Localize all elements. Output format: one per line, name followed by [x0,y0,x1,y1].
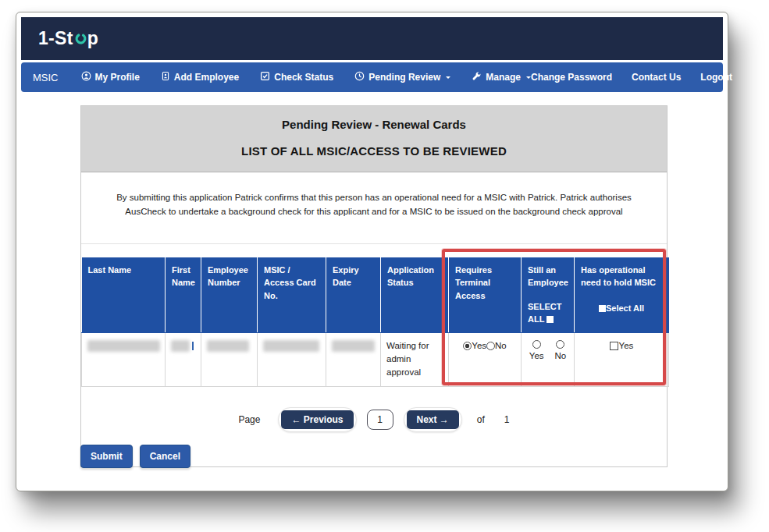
cell-msic-card-no [258,332,326,386]
redacted-value [263,340,319,352]
col-header-expiry-date: Expiry Date [326,257,381,333]
col-header-still-an-employee: Still an Employee SELECT ALL [522,257,575,333]
page-label: Page [238,414,260,425]
wrench-icon [472,71,482,83]
main-navbar: MSIC My Profile [21,62,723,92]
nav-item-label: Pending Review [368,72,440,83]
pending-review-panel: Pending Review - Renewal Cards LIST OF A… [80,105,668,467]
select-all-label: SELECT ALL [528,302,561,325]
disclaimer-text: By submitting this application Patrick c… [98,190,650,219]
current-page-input[interactable]: 1 [367,410,393,430]
still-employee-no-radio[interactable] [556,340,564,349]
col-header-application-status: Application Status [381,257,449,333]
redacted-value [332,340,375,352]
redacted-value [207,340,249,352]
of-label: of [477,414,485,425]
navbar-right-group: Change Password Contact Us Logout [531,72,732,83]
browser-page: 1-St p MSIC My Profile [16,12,728,491]
redaction-artifact [192,342,194,350]
form-actions: Submit Cancel [80,445,190,468]
col-header-first-name: First Name [166,257,201,333]
navbar-brand-msic[interactable]: MSIC [33,72,59,83]
nav-item-pending-review[interactable]: Pending Review [354,71,450,83]
select-all-employee[interactable]: SELECT ALL [528,300,568,326]
next-button[interactable]: Next → [407,410,459,429]
cell-still-an-employee: Yes No [522,332,575,386]
review-table-zone: Last Name First Name Employee Number MSI… [81,243,667,387]
navbar-left-group: MSIC My Profile [33,71,531,83]
col-header-label: Still an Employee [528,265,568,288]
cell-requires-terminal-access: YesNo [449,332,522,386]
select-all-label: Select All [606,303,644,313]
still-employee-yes-radio[interactable] [532,340,541,349]
nav-item-manage[interactable]: Manage [472,71,531,83]
one-stop-logo[interactable]: 1-St p [38,28,98,49]
pagination: Page ← Previous 1 Next → of 1 [81,407,667,432]
previous-button[interactable]: ← Previous [281,410,353,429]
nav-link-contact-us[interactable]: Contact Us [632,72,681,83]
nav-item-add-employee[interactable]: Add Employee [161,71,239,83]
col-header-last-name: Last Name [82,257,166,333]
operational-need-yes-checkbox[interactable] [610,342,618,350]
next-button-pill: Next → [404,407,462,432]
total-pages: 1 [504,414,510,425]
col-header-label: Has operational need to hold MSIC [581,265,656,288]
cell-last-name [82,332,166,386]
person-icon [81,71,91,83]
redacted-value [171,340,190,352]
cell-employee-number [201,332,258,386]
panel-header: Pending Review - Renewal Cards LIST OF A… [81,106,667,172]
review-table: Last Name First Name Employee Number MSI… [81,257,669,387]
col-header-msic-card-no: MSIC / Access Card No. [258,257,326,333]
terminal-access-no-radio[interactable] [486,342,495,350]
radio-label: Yes [472,341,486,350]
nav-link-change-password[interactable]: Change Password [531,72,612,83]
radio-label: No [495,341,507,350]
nav-item-label: My Profile [95,72,140,83]
cancel-button[interactable]: Cancel [140,445,190,468]
cell-application-status: Waiting for admin approval [381,332,449,386]
nav-item-label: Manage [486,72,521,83]
nav-item-label: Check Status [274,72,333,83]
page-subtitle: LIST OF ALL MSIC/ACCESS TO BE REVIEWED [81,144,667,158]
nav-item-label: Add Employee [174,72,239,83]
check-square-icon [260,71,270,83]
checkbox-label: Yes [619,341,634,350]
select-all-checkbox[interactable] [599,305,606,312]
cell-expiry-date [326,332,381,386]
radio-label: Yes [529,349,544,363]
top-header-bar: 1-St p [21,17,723,60]
page-content: Pending Review - Renewal Cards LIST OF A… [21,92,723,492]
id-card-icon [161,71,170,83]
logo-text-prefix: 1-St [38,28,73,49]
col-header-requires-terminal-access: Requires Terminal Access [449,257,522,333]
select-all-msic[interactable]: Select All [581,302,662,315]
table-header-row: Last Name First Name Employee Number MSI… [82,257,669,333]
logo-o-icon [73,28,87,49]
cell-has-operational-need: Yes [575,332,669,386]
submit-button[interactable]: Submit [80,445,133,468]
col-header-has-operational-need: Has operational need to hold MSIC Select… [575,257,669,333]
clock-icon [354,71,365,83]
select-all-checkbox[interactable] [546,316,554,323]
nav-item-my-profile[interactable]: My Profile [81,71,140,83]
radio-label: No [555,349,567,363]
redacted-value [87,340,160,352]
page-title: Pending Review - Renewal Cards [81,118,667,131]
chevron-down-icon [446,76,450,81]
nav-link-logout[interactable]: Logout [700,72,732,83]
col-header-employee-number: Employee Number [201,257,258,333]
previous-button-pill: ← Previous [278,407,356,432]
cell-first-name [166,332,201,386]
nav-item-check-status[interactable]: Check Status [260,71,333,83]
table-row: Waiting for admin approval YesNo [82,332,669,386]
logo-text-suffix: p [87,28,98,49]
terminal-access-yes-radio[interactable] [463,342,472,350]
